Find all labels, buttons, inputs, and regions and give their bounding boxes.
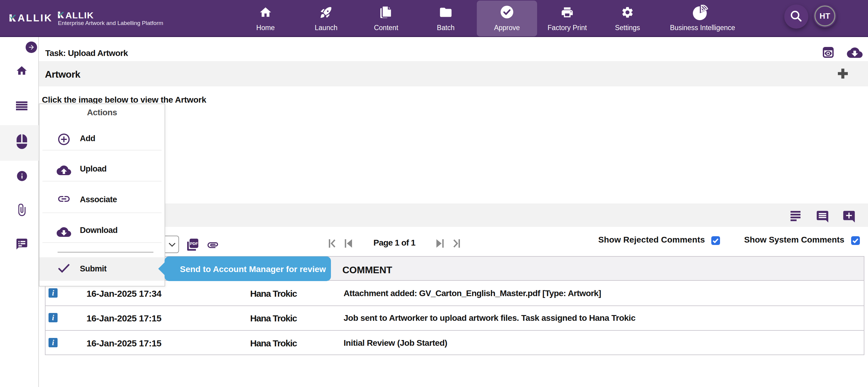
svg-text:PDF: PDF: [190, 241, 198, 246]
svg-text:ALLIK: ALLIK: [18, 14, 53, 22]
svg-text:ALLIK: ALLIK: [65, 11, 94, 19]
